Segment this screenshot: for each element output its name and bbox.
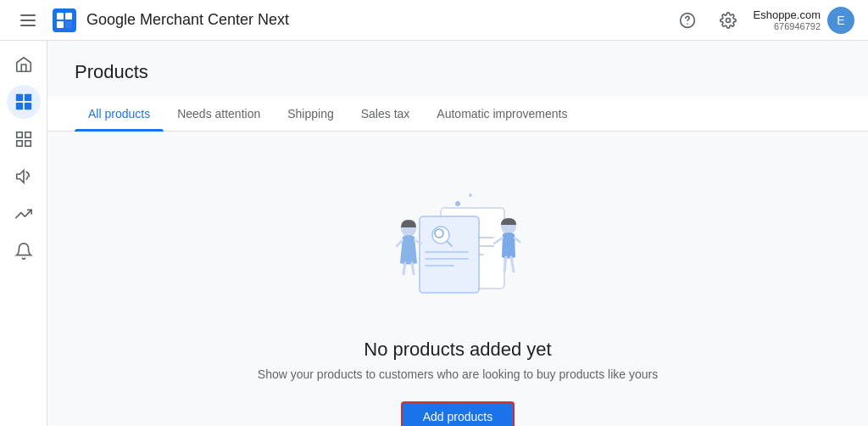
account-name: Eshoppe.com	[754, 8, 821, 21]
empty-illustration	[373, 182, 542, 318]
menu-button[interactable]	[14, 8, 42, 33]
settings-icon	[720, 12, 737, 29]
svg-line-34	[412, 263, 414, 274]
sidebar-item-analytics[interactable]	[7, 197, 41, 231]
sidebar-item-products[interactable]	[7, 85, 41, 119]
help-icon	[679, 12, 696, 29]
illustration-svg	[373, 182, 542, 318]
marketing-icon	[14, 167, 33, 186]
sidebar-item-home[interactable]	[7, 48, 41, 81]
tab-sales-tax[interactable]: Sales tax	[348, 97, 424, 131]
add-products-button[interactable]: Add products	[401, 401, 515, 426]
tabs-bar: All products Needs attention Shipping Sa…	[47, 97, 868, 132]
home-icon	[14, 55, 33, 74]
svg-line-38	[504, 257, 506, 272]
topbar-left: Google Merchant Center Next	[14, 8, 672, 33]
svg-line-33	[403, 263, 405, 274]
tab-needs-attention[interactable]: Needs attention	[164, 97, 274, 131]
svg-rect-1	[57, 13, 64, 20]
empty-state: No products added yet Show your products…	[75, 132, 841, 426]
settings-button[interactable]	[713, 5, 743, 36]
notifications-icon	[14, 242, 33, 261]
svg-rect-4	[65, 21, 72, 28]
svg-rect-7	[15, 94, 22, 101]
svg-rect-13	[16, 141, 21, 146]
svg-rect-2	[65, 13, 72, 20]
tab-automatic-improvements[interactable]: Automatic improvements	[423, 97, 581, 131]
svg-rect-11	[16, 132, 21, 137]
tab-all-products[interactable]: All products	[75, 97, 164, 131]
svg-rect-10	[24, 103, 31, 109]
svg-line-35	[397, 240, 403, 246]
content-area: Products All products Needs attention Sh…	[47, 41, 868, 426]
page-title: Products	[75, 61, 841, 83]
svg-rect-23	[420, 216, 479, 293]
svg-point-31	[469, 193, 472, 197]
account-id: 676946792	[754, 21, 821, 31]
app-logo	[53, 8, 76, 32]
avatar: E	[827, 7, 854, 34]
sidebar-item-notifications[interactable]	[7, 234, 41, 268]
svg-line-41	[515, 238, 520, 242]
svg-rect-8	[24, 94, 31, 101]
empty-state-title: No products added yet	[364, 339, 551, 361]
account-menu[interactable]: Eshoppe.com 676946792 E	[754, 7, 855, 34]
topbar: Google Merchant Center Next Eshoppe.com …	[0, 0, 868, 41]
reports-icon	[14, 130, 33, 149]
sidebar	[0, 41, 47, 426]
main-content: Products All products Needs attention Sh…	[47, 41, 868, 426]
svg-rect-12	[25, 132, 30, 137]
help-button[interactable]	[672, 5, 703, 36]
tab-shipping[interactable]: Shipping	[274, 97, 348, 131]
account-info: Eshoppe.com 676946792	[754, 8, 821, 31]
topbar-right: Eshoppe.com 676946792 E	[672, 5, 855, 36]
svg-point-30	[455, 201, 460, 206]
svg-line-39	[511, 257, 514, 272]
svg-rect-3	[57, 21, 64, 28]
sidebar-item-marketing[interactable]	[7, 160, 41, 193]
sidebar-item-reports[interactable]	[7, 122, 41, 156]
empty-state-subtitle: Show your products to customers who are …	[258, 367, 658, 381]
products-icon	[14, 92, 33, 111]
svg-rect-9	[15, 103, 22, 109]
svg-rect-14	[25, 141, 30, 146]
analytics-icon	[14, 205, 33, 223]
svg-rect-0	[53, 8, 76, 32]
svg-point-6	[687, 23, 687, 24]
app-title: Google Merchant Center Next	[86, 11, 289, 29]
